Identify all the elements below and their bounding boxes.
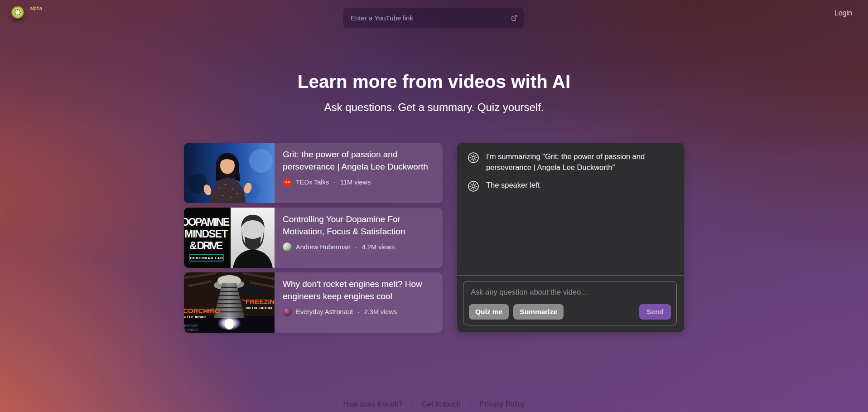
chat-question-input[interactable] <box>469 287 671 297</box>
thumb-text: FREEZIN <box>246 298 275 305</box>
footer-link-privacy-policy[interactable]: Privacy Policy <box>480 400 525 408</box>
video-info: Why don't rocket engines melt? How engin… <box>275 272 443 333</box>
channel-row: TED TEDx Talks · 11M views <box>283 178 434 187</box>
alpha-badge: alpha <box>30 5 42 11</box>
chat-messages: I'm summarizing "Grit: the power of pass… <box>457 143 684 275</box>
quiz-me-button[interactable]: Quiz me <box>469 304 509 320</box>
thumb-text: MINDSET <box>184 228 228 240</box>
chat-input-section: Quiz me Summarize Send <box>457 275 684 332</box>
video-thumbnail-dopamine: DOPAMINE MINDSET & DRIVE HUBERMAN LAB <box>184 208 275 268</box>
ted-avatar: TED <box>283 178 292 187</box>
channel-row: Andrew Huberman · 4.2M views <box>283 242 434 252</box>
video-card-rocket[interactable]: CORCHING N THE INSIDE FREEZIN ON THE OUT… <box>184 272 443 333</box>
kiwi-logo-icon <box>10 5 25 21</box>
thumb-text: & DRIVE <box>189 240 223 252</box>
everyday-astronaut-avatar <box>283 307 292 316</box>
app-logo[interactable]: alpha <box>10 5 42 21</box>
login-button[interactable]: Login <box>834 9 852 17</box>
youtube-link-input[interactable] <box>350 14 511 22</box>
view-count: 4.2M views <box>362 243 395 251</box>
meta-separator: · <box>357 308 360 315</box>
chat-buttons-row: Quiz me Summarize Send <box>469 304 671 320</box>
meta-separator: · <box>355 243 357 251</box>
view-count: 11M views <box>340 179 371 186</box>
hero: Learn more from videos with AI Ask quest… <box>0 72 868 114</box>
video-card-dopamine[interactable]: DOPAMINE MINDSET & DRIVE HUBERMAN LAB Co… <box>184 208 443 268</box>
footer: How does it work? · Get in touch · Priva… <box>0 400 868 408</box>
chat-message: I'm summarizing "Grit: the power of pass… <box>468 151 674 173</box>
video-title: Grit: the power of passion and persevera… <box>283 149 434 173</box>
thumb-text: ON THE OUTSID <box>246 306 272 310</box>
footer-separator: · <box>469 400 471 408</box>
view-count: 2.3M views <box>364 308 397 315</box>
channel-row: Everyday Astronaut · 2.3M views <box>283 307 434 316</box>
video-title: Why don't rocket engines melt? How engin… <box>283 278 434 303</box>
footer-separator: · <box>411 400 413 408</box>
thumb-watermark: ERYDAY <box>184 324 199 328</box>
thumb-badge: HUBERMAN LAB <box>190 256 223 260</box>
video-card-grit[interactable]: Grit: the power of passion and persevera… <box>184 143 443 203</box>
thumb-watermark: RONAUT <box>184 328 199 332</box>
kiwi-chat-icon <box>468 152 479 164</box>
video-info: Grit: the power of passion and persevera… <box>275 143 443 203</box>
channel-name: Everyday Astronaut <box>296 308 353 315</box>
page-title: Learn more from videos with AI <box>0 72 868 92</box>
video-thumbnail-rocket: CORCHING N THE INSIDE FREEZIN ON THE OUT… <box>184 272 275 333</box>
thumb-text: DOPAMINE <box>184 216 230 228</box>
page-subtitle: Ask questions. Get a summary. Quiz yours… <box>0 101 868 114</box>
huberman-avatar <box>283 242 292 252</box>
chat-message-text: The speaker left <box>486 180 540 191</box>
video-title: Controlling Your Dopamine For Motivation… <box>283 213 434 238</box>
footer-link-how-it-works[interactable]: How does it work? <box>343 400 402 408</box>
send-button[interactable]: Send <box>639 304 671 320</box>
chat-message-text: I'm summarizing "Grit: the power of pass… <box>486 151 674 173</box>
kiwi-chat-icon <box>468 180 479 192</box>
youtube-link-input-container <box>343 8 524 28</box>
chat-input-box: Quiz me Summarize Send <box>463 281 677 325</box>
meta-separator: · <box>333 179 336 186</box>
chat-panel: I'm summarizing "Grit: the power of pass… <box>457 143 684 332</box>
footer-link-get-in-touch[interactable]: Get in touch <box>421 400 460 408</box>
thumb-text: CORCHING <box>184 307 220 315</box>
channel-name: TEDx Talks <box>296 179 329 186</box>
header: alpha Login <box>0 0 868 34</box>
channel-name: Andrew Huberman <box>296 243 351 251</box>
thumb-text: N THE INSIDE <box>184 315 207 319</box>
chat-message: The speaker left <box>468 180 674 192</box>
video-thumbnail-grit <box>184 143 275 203</box>
external-link-icon <box>511 14 518 22</box>
main-content: Grit: the power of passion and persevera… <box>184 143 684 333</box>
summarize-button[interactable]: Summarize <box>513 304 564 320</box>
video-info: Controlling Your Dopamine For Motivation… <box>275 208 443 268</box>
video-list: Grit: the power of passion and persevera… <box>184 143 443 333</box>
